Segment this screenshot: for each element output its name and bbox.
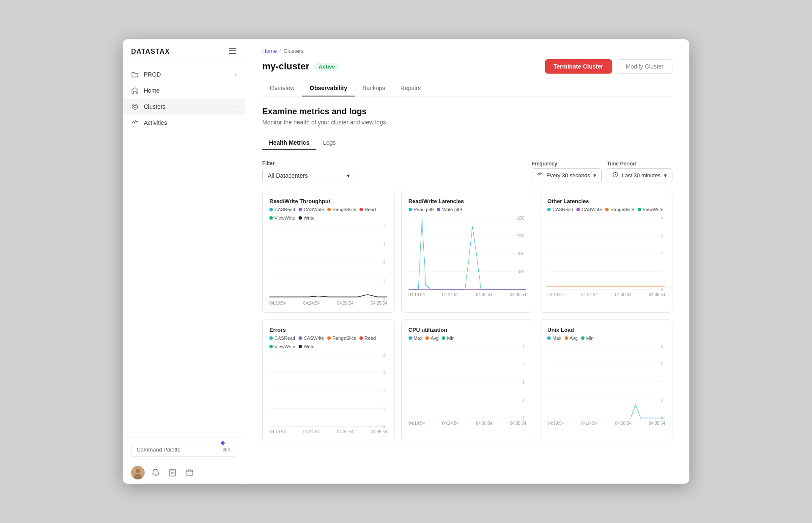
docs-icon[interactable] — [167, 467, 178, 479]
svg-text:4: 4 — [384, 224, 385, 229]
frequency-group: Frequency Every 30 seconds ▾ — [532, 161, 602, 182]
chart-other-latencies: Other Latencies CASRead CASWrite RangeSl… — [540, 191, 672, 313]
sub-tab-logs[interactable]: Logs — [316, 136, 343, 150]
legend-rangeslice-ol: RangeSlice — [605, 207, 634, 212]
chart-rw-latencies: Read/Write Latencies Read p99 Write p99 — [401, 191, 534, 313]
filter-dropdown-icon: ▾ — [347, 172, 350, 179]
svg-text:4: 4 — [661, 215, 663, 220]
frequency-value: Every 30 seconds — [546, 172, 590, 179]
main-scrollable: Home / Clusters my-cluster Active Termin… — [245, 39, 689, 484]
svg-rect-8 — [170, 469, 176, 476]
legend-caswrite: CASWrite — [299, 207, 324, 212]
sidebar-item-activities[interactable]: Activities — [123, 115, 245, 131]
legend-write-p99: Write p99 — [437, 207, 462, 212]
main-tabs: Overview Observability Backups Repairs — [262, 80, 672, 96]
home-icon — [131, 87, 139, 94]
svg-point-3 — [134, 105, 136, 108]
svg-text:3: 3 — [661, 233, 663, 238]
sub-tabs: Health Metrics Logs — [262, 136, 672, 150]
svg-text:2: 2 — [661, 251, 663, 256]
svg-text:0: 0 — [522, 416, 524, 420]
tab-repairs[interactable]: Repairs — [393, 80, 428, 96]
sidebar-logo: DATASTAX — [123, 39, 245, 63]
svg-text:1: 1 — [384, 278, 385, 283]
legend-viewwrite-ol: ViewWrite — [638, 207, 664, 212]
svg-text:8: 8 — [661, 344, 663, 349]
command-shortcut: ⌘K — [222, 447, 231, 453]
chart-errors-title: Errors — [269, 327, 387, 333]
chart-unix-load: Unix Load Max Avg Min — [540, 319, 672, 441]
svg-rect-12 — [186, 470, 193, 475]
svg-text:8000: 8000 — [518, 251, 524, 256]
svg-text:2: 2 — [384, 388, 385, 393]
legend-casread: CASRead — [269, 207, 295, 212]
chart-rw-latencies-title: Read/Write Latencies — [409, 198, 527, 204]
cluster-title-row: my-cluster Active — [262, 61, 339, 72]
tab-overview[interactable]: Overview — [262, 80, 302, 96]
sidebar-item-activities-label: Activities — [144, 119, 236, 126]
activities-icon — [131, 119, 139, 127]
svg-text:1: 1 — [384, 406, 385, 411]
chart-errors-legend: CASRead CASWrite RangeSlice Read ViewWri… — [269, 336, 387, 349]
status-badge: Active — [314, 63, 339, 71]
chart-rw-throughput-title: Read/Write Throughput — [269, 198, 387, 204]
breadcrumb-home[interactable]: Home — [262, 48, 277, 54]
sidebar-item-home-label: Home — [144, 87, 236, 94]
svg-text:1: 1 — [522, 398, 524, 403]
legend-cpu-min: Min — [442, 336, 455, 341]
user-avatar[interactable] — [131, 466, 145, 479]
chart-rw-throughput-area: 4 3 2 1 0 — [269, 224, 387, 300]
breadcrumb: Home / Clusters — [262, 48, 672, 54]
svg-text:1: 1 — [661, 269, 663, 274]
svg-text:3: 3 — [384, 242, 385, 247]
chevron-right-icon: › — [235, 72, 236, 77]
legend-unix-max: Max — [547, 336, 561, 341]
folder-icon — [131, 71, 139, 78]
breadcrumb-current: Clusters — [283, 48, 304, 54]
tab-backups[interactable]: Backups — [355, 80, 393, 96]
menu-icon[interactable] — [229, 47, 236, 56]
sidebar-item-prod[interactable]: PROD › — [123, 66, 245, 83]
sidebar-item-clusters-label: Clusters — [144, 103, 226, 110]
clusters-arrow-icon: → — [231, 104, 236, 110]
chart-cpu: CPU utilization Max Avg Min 4 — [401, 319, 534, 441]
notifications-icon[interactable] — [150, 467, 162, 479]
legend-viewwrite: ViewWrite — [269, 215, 295, 220]
tab-observability[interactable]: Observability — [302, 80, 355, 96]
command-palette-button[interactable]: Command Palette ⌘K — [131, 443, 236, 457]
sub-tab-health[interactable]: Health Metrics — [262, 136, 316, 150]
svg-point-4 — [132, 104, 138, 110]
modify-cluster-button[interactable]: Modify Cluster — [617, 59, 672, 74]
frequency-button[interactable]: Every 30 seconds ▾ — [532, 168, 602, 182]
sidebar-item-prod-label: PROD — [144, 71, 230, 78]
breadcrumb-separator: / — [280, 48, 281, 54]
chart-other-latencies-title: Other Latencies — [547, 198, 665, 204]
legend-casread-err: CASRead — [269, 336, 295, 341]
chart-other-latencies-area: 4 3 2 1 0 — [547, 215, 665, 292]
chart-cpu-legend: Max Avg Min — [409, 336, 527, 341]
sidebar-item-home[interactable]: Home — [123, 83, 245, 99]
time-period-button[interactable]: Last 30 minutes ▾ — [607, 168, 672, 182]
svg-rect-1 — [229, 50, 236, 51]
chart-rw-latencies-xaxis: 04:19:54 04:24:54 04:30:54 04:35:54 — [409, 292, 527, 297]
terminate-cluster-button[interactable]: Terminate Cluster — [545, 59, 612, 74]
chart-unix-load-area: 8 6 4 2 0 — [547, 344, 665, 420]
chart-rw-latencies-legend: Read p99 Write p99 — [409, 207, 527, 212]
legend-read-p99: Read p99 — [409, 207, 434, 212]
legend-unix-avg: Avg — [565, 336, 578, 341]
svg-text:4: 4 — [384, 352, 385, 358]
support-icon[interactable] — [184, 467, 195, 479]
filter-select[interactable]: All Datacenters ▾ — [262, 169, 355, 182]
chart-unix-load-legend: Max Avg Min — [547, 336, 665, 341]
sidebar-bottom: Command Palette ⌘K — [123, 437, 245, 462]
legend-rangeslice-err: RangeSlice — [327, 336, 356, 341]
charts-grid: Read/Write Throughput CASRead CASWrite R… — [262, 191, 672, 441]
sidebar-item-clusters[interactable]: Clusters → — [123, 99, 245, 115]
legend-write: Write — [299, 215, 314, 220]
chart-errors-xaxis: 04:19:54 04:24:54 04:30:54 04:35:54 — [269, 429, 387, 434]
svg-rect-0 — [229, 48, 236, 49]
chart-errors-area: 4 3 2 1 0 — [269, 352, 387, 429]
frequency-chevron: ▾ — [593, 172, 596, 179]
header-actions: Terminate Cluster Modify Cluster — [545, 59, 672, 74]
time-period-chevron: ▾ — [664, 172, 667, 179]
